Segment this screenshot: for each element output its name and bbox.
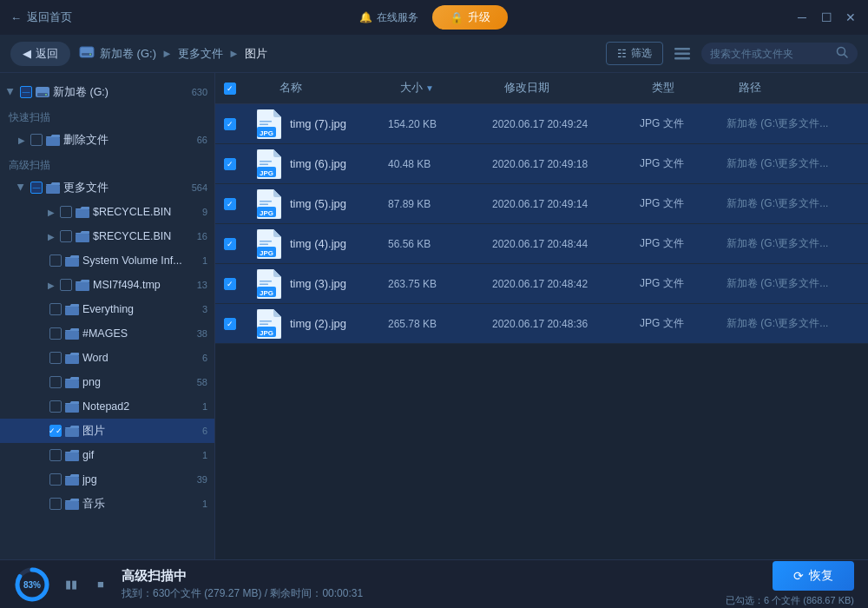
svg-rect-20	[65, 380, 79, 388]
item-checkbox-9[interactable]: ✓	[49, 425, 62, 437]
file-checkbox-3[interactable]	[224, 238, 236, 250]
sidebar-item-delete-files[interactable]: ▶ 删除文件 66	[0, 128, 214, 152]
svg-line-7	[845, 55, 848, 58]
back-home-label: 返回首页	[27, 10, 72, 25]
item-count-6: 6	[202, 353, 207, 363]
item-checkbox-4[interactable]	[49, 303, 62, 315]
back-button[interactable]: ◀ 返回	[10, 42, 70, 66]
breadcrumb-more-files[interactable]: 更多文件	[178, 46, 223, 62]
svg-text:JPG: JPG	[260, 289, 273, 297]
table-row[interactable]: JPG timg (4).jpg 56.56 KB 2020.06.17 20:…	[215, 224, 868, 264]
table-row[interactable]: JPG timg (7).jpg 154.20 KB 2020.06.17 20…	[215, 104, 868, 144]
item-label-11: jpg	[82, 473, 191, 486]
item-checkbox-3[interactable]	[60, 279, 72, 291]
sidebar-item-0[interactable]: ▶ $RECYCLE.BIN 9	[0, 200, 214, 224]
delete-files-checkbox[interactable]	[30, 134, 43, 146]
status-bar: 83% ▮▮ ■ 高级扫描中 找到：630个文件 (279.27 MB) / 剩…	[0, 559, 868, 608]
file-path-col: 新加卷 (G:\更多文件...	[727, 156, 859, 171]
file-date-col: 2020.06.17 20:48:42	[492, 278, 640, 290]
back-arrow-icon: ◀	[23, 47, 31, 60]
search-input[interactable]	[710, 48, 832, 60]
item-checkbox-10[interactable]	[49, 449, 62, 461]
item-count-0: 9	[202, 207, 207, 217]
select-all-checkbox[interactable]	[224, 83, 236, 95]
sidebar-item-4[interactable]: Everything 3	[0, 297, 214, 321]
svg-rect-18	[65, 331, 79, 340]
svg-rect-29	[260, 123, 268, 125]
sidebar-item-2[interactable]: System Volume Inf... 1	[0, 248, 214, 273]
item-checkbox-8[interactable]	[49, 400, 62, 413]
svg-point-10	[45, 94, 47, 96]
row-checkbox-col	[224, 158, 255, 170]
item-label-4: Everything	[82, 303, 196, 315]
sidebar-item-more-files[interactable]: ▶ 更多文件 564	[0, 175, 214, 200]
search-icon[interactable]	[836, 46, 848, 61]
maximize-icon[interactable]: ☐	[819, 10, 833, 24]
file-size-col: 265.78 KB	[388, 318, 492, 330]
title-center: 🔔 在线服务 🔒 升级	[72, 5, 795, 30]
item-count-9: 6	[202, 426, 207, 436]
file-checkbox-1[interactable]	[224, 158, 236, 170]
sidebar-item-6[interactable]: Word 6	[0, 346, 214, 370]
sidebar-item-12[interactable]: 音乐 1	[0, 492, 214, 516]
header-name[interactable]: 名称	[255, 81, 400, 96]
breadcrumb-pictures[interactable]: 图片	[245, 46, 267, 62]
table-row[interactable]: JPG timg (3).jpg 263.75 KB 2020.06.17 20…	[215, 264, 868, 304]
file-checkbox-5[interactable]	[224, 318, 236, 330]
table-row[interactable]: JPG timg (2).jpg 265.78 KB 2020.06.17 20…	[215, 304, 868, 344]
svg-rect-21	[65, 404, 79, 413]
file-checkbox-2[interactable]	[224, 198, 236, 210]
sidebar-item-1[interactable]: ▶ $RECYCLE.BIN 16	[0, 224, 214, 248]
item-checkbox-2[interactable]	[49, 254, 62, 267]
table-row[interactable]: JPG timg (5).jpg 87.89 KB 2020.06.17 20:…	[215, 184, 868, 224]
sidebar-item-11[interactable]: jpg 39	[0, 467, 214, 492]
table-row[interactable]: JPG timg (6).jpg 40.48 KB 2020.06.17 20:…	[215, 144, 868, 184]
svg-rect-44	[260, 281, 272, 282]
quick-scan-label: 快速扫描	[0, 104, 214, 128]
breadcrumb: 新加卷 (G:) ► 更多文件 ► 图片	[79, 44, 597, 63]
root-drive-count: 630	[192, 87, 207, 97]
sidebar-item-5[interactable]: #MAGES 38	[0, 321, 214, 346]
root-checkbox[interactable]	[20, 86, 32, 98]
header-size[interactable]: 大小 ▼	[400, 81, 504, 96]
stop-button[interactable]: ■	[92, 576, 109, 593]
header-type[interactable]: 类型	[652, 81, 739, 96]
file-checkbox-0[interactable]	[224, 118, 236, 130]
item-checkbox-5[interactable]	[49, 327, 62, 340]
file-type-col: JPG 文件	[640, 196, 727, 211]
more-files-checkbox[interactable]	[30, 182, 43, 194]
item-checkbox-6[interactable]	[49, 352, 62, 364]
sidebar-item-10[interactable]: gif 1	[0, 443, 214, 467]
row-checkbox-col	[224, 238, 255, 250]
breadcrumb-drive[interactable]: 新加卷 (G:)	[100, 46, 156, 62]
expand-arrow-icon: ▶	[45, 206, 57, 218]
pause-button[interactable]: ▮▮	[62, 576, 80, 593]
item-checkbox-12[interactable]	[49, 498, 62, 510]
row-checkbox-col	[224, 118, 255, 130]
item-label-2: System Volume Inf...	[82, 254, 196, 267]
online-service[interactable]: 🔔 在线服务	[359, 10, 418, 25]
item-checkbox-1[interactable]	[60, 230, 72, 242]
back-home-btn[interactable]: ← 返回首页	[10, 10, 72, 25]
file-checkbox-4[interactable]	[224, 278, 236, 290]
header-path[interactable]: 路径	[739, 81, 859, 96]
restore-button[interactable]: ⟳ 恢复	[773, 561, 854, 591]
item-checkbox-7[interactable]	[49, 376, 62, 388]
sidebar-item-3[interactable]: ▶ MSI7f494.tmp 13	[0, 273, 214, 297]
close-icon[interactable]: ✕	[844, 10, 858, 24]
filter-button[interactable]: ☷ 筛选	[606, 42, 663, 65]
minimize-icon[interactable]: ─	[795, 10, 809, 24]
item-checkbox-0[interactable]	[60, 206, 72, 218]
sidebar-sub-items: ▶ $RECYCLE.BIN 9▶ $RECYCLE.BIN 16 System…	[0, 200, 214, 516]
sidebar-item-9[interactable]: ✓ 图片 6	[0, 419, 214, 443]
item-label-12: 音乐	[82, 497, 196, 512]
sidebar-item-8[interactable]: Notepad2 1	[0, 394, 214, 419]
sidebar-item-root-drive[interactable]: ▶ 新加卷 (G:) 630	[0, 80, 214, 104]
list-toggle-button[interactable]	[670, 42, 694, 66]
file-size-col: 40.48 KB	[388, 158, 492, 170]
folder-icon	[64, 327, 80, 340]
upgrade-button[interactable]: 🔒 升级	[432, 5, 508, 30]
item-checkbox-11[interactable]	[49, 473, 62, 486]
header-date[interactable]: 修改日期	[504, 81, 652, 96]
sidebar-item-7[interactable]: png 58	[0, 370, 214, 394]
